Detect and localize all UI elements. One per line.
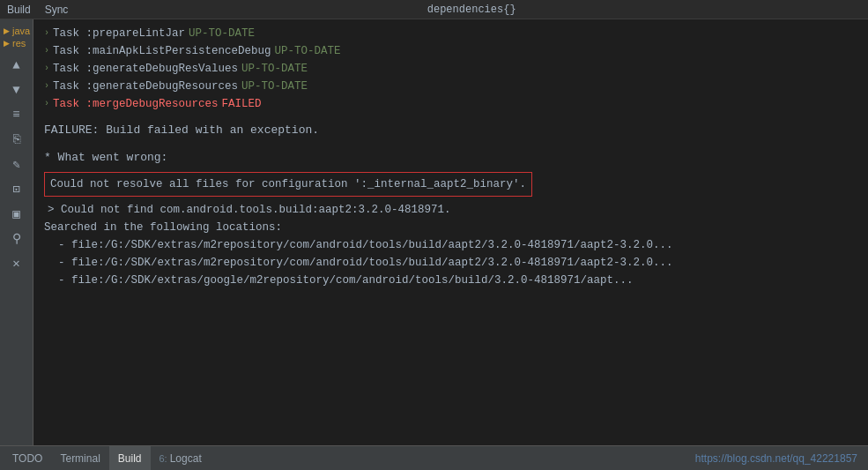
bottom-url[interactable]: https://blog.csdn.net/qq_42221857 [695,452,864,465]
file-path-3: - file:/G:/SDK/extras/google/m2repositor… [44,272,857,289]
file-path-2: - file:/G:/SDK/extras/m2repository/com/a… [44,254,857,272]
build-panel: › Task :prepareLintJar UP-TO-DATE › Task… [33,19,868,445]
task-name-1: Task :prepareLintJar [53,25,185,42]
chevron-4[interactable]: › [44,79,49,93]
tab-build[interactable]: Build [109,446,151,470]
task-line-2: › Task :mainApkListPersistenceDebug UP-T… [44,42,857,60]
sidebar: ▶ java ▶ res ▲ ▼ ≡ ⎘ ✎ ⊡ ▣ ⚲ ✕ [0,19,33,445]
failure-text: FAILURE: Build failed with an exception. [44,122,857,140]
task-name-2: Task :mainApkListPersistenceDebug [53,42,271,60]
down-icon[interactable]: ▼ [4,79,29,101]
copy-icon[interactable]: ⎘ [4,129,29,150]
task-status-2: UP-TO-DATE [275,42,341,60]
task-line-3: › Task :generateDebugResValues UP-TO-DAT… [44,60,857,78]
search-locations: Searched in the following locations: [44,219,857,236]
task-line-1: › Task :prepareLintJar UP-TO-DATE [44,25,857,42]
task-name-4: Task :generateDebugResources [53,78,238,95]
file-path-1: - file:/G:/SDK/extras/m2repository/com/a… [44,236,857,254]
error-box-container: Could not resolve all files for configur… [44,170,857,198]
tab-logcat-num: 6: [160,453,167,464]
task-name-5: Task :mergeDebugResources [53,95,219,113]
content-area: › Task :prepareLintJar UP-TO-DATE › Task… [33,19,868,445]
tab-todo-label: TODO [12,452,42,465]
build-tab-top[interactable]: Build [7,4,31,16]
task-line-4: › Task :generateDebugResources UP-TO-DAT… [44,78,857,95]
center-text: dependencies{} [82,4,861,16]
folder-icon-res: ▶ [4,39,10,48]
tab-terminal[interactable]: Terminal [51,446,108,470]
sync-tab-top[interactable]: Sync [45,4,69,16]
folder-icon-java: ▶ [4,26,10,35]
edit-icon[interactable]: ✎ [4,153,29,175]
tab-todo[interactable]: TODO [4,446,51,470]
main-container: ▶ java ▶ res ▲ ▼ ≡ ⎘ ✎ ⊡ ▣ ⚲ ✕ › Task :p… [0,19,868,445]
task-name-3: Task :generateDebugResValues [53,60,238,78]
chevron-2[interactable]: › [44,44,49,58]
tree-res[interactable]: ▶ res [4,37,29,49]
task-status-1: UP-TO-DATE [189,25,255,42]
res-label: res [12,38,26,48]
top-bar: Build Sync dependencies{} [0,0,868,19]
tab-terminal-label: Terminal [60,452,100,465]
chevron-5[interactable]: › [44,97,49,111]
task-status-5: FAILED [222,95,262,113]
pin-icon[interactable]: ⚲ [4,228,29,249]
tab-logcat[interactable]: 6: Logcat [151,446,211,470]
bottom-tabs: TODO Terminal Build 6: Logcat https://bl… [0,445,868,470]
delete-icon[interactable]: ▣ [4,203,29,224]
list-icon[interactable]: ≡ [4,104,29,125]
task-line-5: › Task :mergeDebugResources FAILED [44,95,857,113]
chevron-1[interactable]: › [44,26,49,41]
tree-java[interactable]: ▶ java [4,25,29,37]
up-icon[interactable]: ▲ [4,55,29,76]
tree-panel: ▶ java ▶ res [0,23,33,51]
chevron-3[interactable]: › [44,62,49,76]
java-label: java [12,26,30,36]
task-status-4: UP-TO-DATE [241,78,308,95]
error-detail-1: > Could not find com.android.tools.build… [44,201,857,219]
what-wrong: * What went wrong: [44,149,857,168]
close-icon[interactable]: ✕ [4,252,29,273]
print-icon[interactable]: ⊡ [4,178,29,199]
tab-logcat-label: Logcat [170,452,202,465]
console-output[interactable]: › Task :prepareLintJar UP-TO-DATE › Task… [33,19,868,445]
tab-build-label: Build [118,452,142,465]
error-box: Could not resolve all files for configur… [44,172,532,197]
task-status-3: UP-TO-DATE [241,60,308,78]
